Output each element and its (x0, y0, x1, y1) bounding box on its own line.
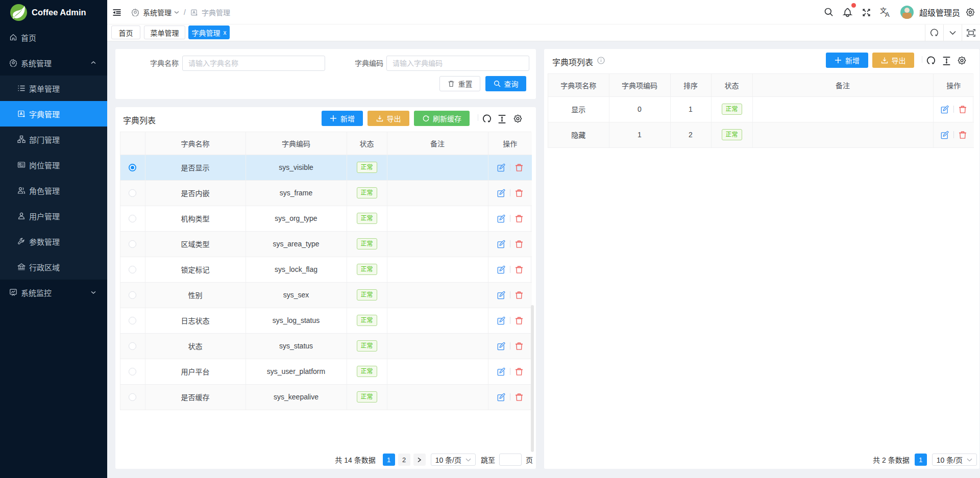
svg-text:A: A (885, 11, 890, 18)
